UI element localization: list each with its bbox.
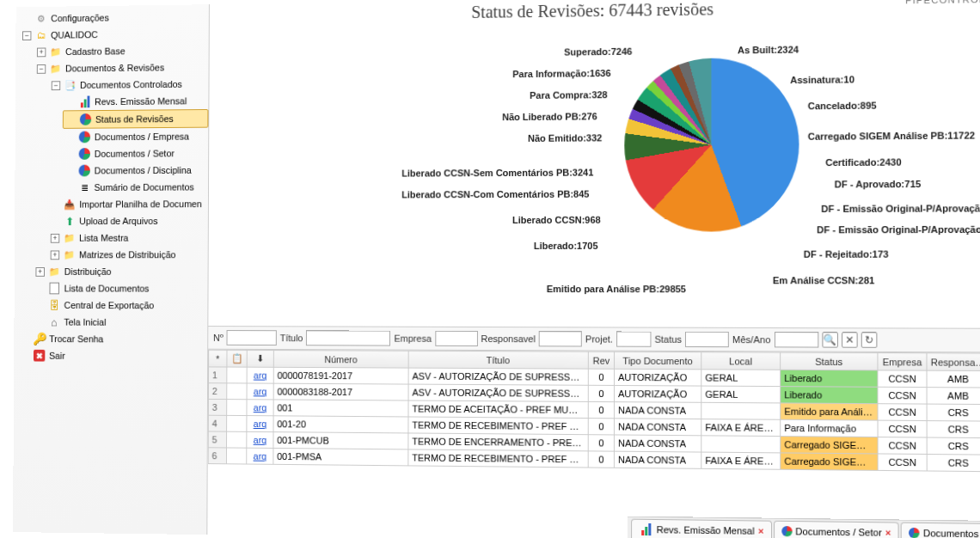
- cell-rev: 0: [588, 385, 614, 401]
- arq-link[interactable]: arq: [247, 416, 273, 432]
- col-icon2[interactable]: ⬇: [247, 350, 273, 367]
- row-icon[interactable]: [227, 367, 247, 383]
- col-empresa[interactable]: Empresa: [878, 352, 927, 370]
- tree-label: Upload de Arquivos: [79, 216, 157, 226]
- close-icon[interactable]: ×: [885, 528, 891, 538]
- filter-input-projet[interactable]: [616, 331, 651, 346]
- col-status[interactable]: Status: [781, 352, 878, 370]
- tree-qualidoc[interactable]: −🗂QUALIDOC: [19, 25, 209, 44]
- tree-cadastro[interactable]: +📁Cadastro Base: [34, 41, 209, 60]
- tab-label: Documentos: [923, 528, 979, 538]
- col-tipo[interactable]: Tipo Documento: [615, 352, 701, 370]
- cell-local: GERAL: [701, 386, 781, 403]
- rownum: 5: [208, 431, 226, 448]
- row-icon[interactable]: [227, 415, 247, 431]
- cell-titulo: TERMO DE RECEBIMENTO - PREF MUNI: [408, 449, 588, 468]
- tab-revs-mensal[interactable]: Revs. Emissão Mensal×: [631, 519, 771, 538]
- collapse-icon[interactable]: −: [22, 31, 31, 40]
- cell-titulo: TERMO DE ACEITAÇÃO - PREF MUNICIP: [408, 400, 588, 419]
- row-icon[interactable]: [227, 400, 247, 416]
- collapse-icon[interactable]: −: [52, 81, 61, 90]
- col-local[interactable]: Local: [701, 352, 781, 370]
- filter-input-mesano[interactable]: [774, 332, 818, 347]
- pie-chart-icon: [78, 131, 91, 144]
- cell-empresa: CCSN: [878, 404, 927, 421]
- tree-docs-disc[interactable]: Documentos / Disciplina: [62, 162, 208, 179]
- col-resp[interactable]: Responsavel: [927, 353, 980, 371]
- expand-icon[interactable]: +: [51, 250, 60, 260]
- tree-label: Status de Revisões: [95, 113, 174, 124]
- search-button[interactable]: 🔍: [822, 332, 838, 347]
- col-titulo[interactable]: Título: [408, 351, 588, 369]
- exit-icon: ✖: [33, 349, 46, 363]
- arq-link[interactable]: arq: [247, 400, 273, 416]
- cell-titulo: TERMO DE RECEBIMENTO - PREF MUNI: [408, 417, 588, 435]
- cell-numero: 001: [273, 400, 408, 417]
- tree-upload[interactable]: ⬆Upload de Arquivos: [47, 212, 208, 229]
- close-icon[interactable]: ×: [758, 526, 764, 536]
- arq-link[interactable]: arq: [247, 448, 273, 464]
- cell-resp: CRS: [927, 404, 980, 421]
- cell-empresa: CCSN: [878, 437, 927, 455]
- row-icon[interactable]: [226, 448, 246, 464]
- cell-rev: 0: [588, 435, 614, 451]
- pie-label: Em Análise CCSN:281: [773, 275, 874, 285]
- cell-empresa: CCSN: [878, 370, 927, 388]
- tree-docs-setor[interactable]: Documentos / Setor: [63, 144, 209, 162]
- bottom-tabs: Revs. Emissão Mensal× Documentos / Setor…: [628, 517, 980, 538]
- collapse-icon[interactable]: −: [37, 64, 46, 73]
- filter-input-empresa[interactable]: [435, 331, 478, 346]
- tree-label: Lista de Documentos: [64, 284, 150, 294]
- rownum: 1: [209, 367, 227, 383]
- tree-matrizes[interactable]: +📁Matrizes de Distribuição: [47, 246, 208, 263]
- tree-docs-empresa[interactable]: Documentos / Empresa: [63, 128, 209, 146]
- tree-status-rev[interactable]: Status de Revisões: [63, 109, 209, 129]
- filter-input-titulo[interactable]: [306, 330, 390, 345]
- tree-tela-inicial[interactable]: ⌂Tela Inicial: [32, 314, 207, 331]
- expand-icon[interactable]: +: [35, 267, 45, 277]
- filter-label-projet: Projet.: [585, 333, 613, 344]
- cell-status: Carregado SIGEM Análi: [781, 437, 878, 454]
- tree-distrib[interactable]: +📁Distribuição: [33, 263, 208, 280]
- cell-status: Carregado SIGEM Análi: [781, 453, 878, 470]
- pie-label: As Built:2324: [738, 44, 799, 55]
- col-numero[interactable]: Número: [273, 350, 408, 368]
- pie-label: Não Liberado PB:276: [502, 111, 597, 122]
- tree-trocar-senha[interactable]: 🔑Trocar Senha: [17, 330, 207, 347]
- filter-input-no[interactable]: [226, 330, 276, 345]
- rownum: 6: [208, 448, 226, 464]
- tree-lista-mestra[interactable]: +📁Lista Mestra: [47, 229, 208, 247]
- tree-importar[interactable]: 📥Importar Planilha de Documen: [47, 195, 208, 212]
- col-rownum[interactable]: *: [209, 350, 227, 367]
- tree-central-exp[interactable]: 🗄Central de Exportação: [32, 297, 207, 314]
- col-icon1[interactable]: 📋: [227, 350, 247, 367]
- refresh-button[interactable]: ↻: [861, 332, 877, 347]
- pie-chart-icon: [78, 164, 91, 178]
- arq-link[interactable]: arq: [247, 383, 273, 400]
- cell-titulo: TERMO DE ENCERRAMENTO - PREF MU: [408, 433, 588, 451]
- pie-label: Liberado CCSN-Com Comentários PB:845: [401, 189, 589, 200]
- tree-docs-rev[interactable]: −📁Documentos & Revisões: [34, 58, 209, 77]
- expand-icon[interactable]: +: [51, 233, 60, 242]
- tree-lista-docs[interactable]: Lista de Documentos: [33, 280, 208, 297]
- arq-link[interactable]: arq: [247, 431, 273, 448]
- tree-sumario[interactable]: ≣Sumário de Documentos: [62, 179, 208, 196]
- cell-tipo: NADA CONSTA: [614, 402, 701, 419]
- row-icon[interactable]: [227, 383, 247, 400]
- col-rev[interactable]: Rev: [588, 352, 614, 369]
- tree-revs-mensal[interactable]: Revs. Emissão Mensal: [63, 92, 209, 110]
- folder-icon: 🗂: [34, 28, 47, 42]
- tab-documentos[interactable]: Documentos: [901, 523, 980, 538]
- folder-icon: 📁: [49, 62, 62, 76]
- tree-sair[interactable]: ✖Sair: [17, 347, 207, 365]
- cell-tipo: NADA CONSTA: [614, 435, 701, 452]
- filter-label-no: Nº: [213, 333, 224, 343]
- expand-icon[interactable]: +: [37, 47, 46, 57]
- tab-docs-setor[interactable]: Documentos / Setor×: [774, 521, 899, 538]
- arq-link[interactable]: arq: [247, 367, 273, 383]
- filter-input-responsavel[interactable]: [539, 331, 582, 346]
- clear-button[interactable]: ✕: [842, 332, 858, 347]
- filter-input-status[interactable]: [685, 332, 729, 347]
- row-icon[interactable]: [227, 431, 247, 448]
- tree-docs-ctrl[interactable]: −📑Documentos Controlados: [48, 76, 209, 94]
